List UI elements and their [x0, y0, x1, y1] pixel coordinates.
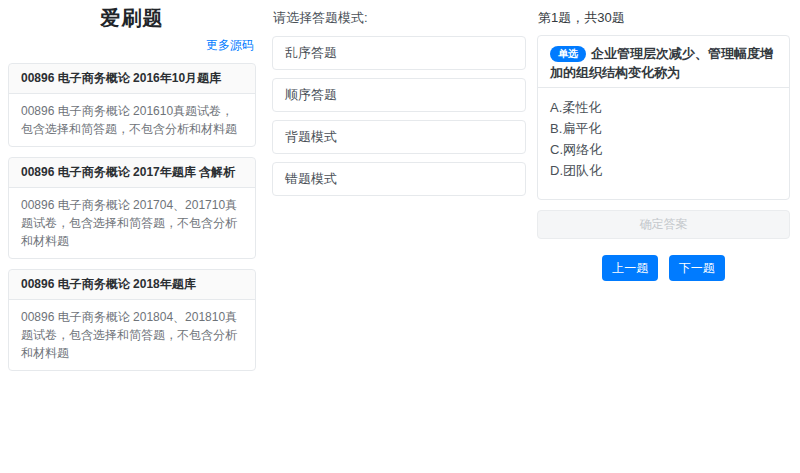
mode-select-column: 请选择答题模式: 乱序答题 顺序答题 背题模式 错题模式 — [272, 0, 526, 204]
bank-card-desc: 00896 电子商务概论 201610真题试卷，包含选择和简答题，不包含分析和材… — [9, 94, 255, 146]
more-source-link[interactable]: 更多源码 — [8, 37, 254, 54]
bank-card-title: 00896 电子商务概论 2017年题库 含解析 — [9, 158, 255, 188]
question-column: 第1题，共30题 单选企业管理层次减少、管理幅度增加的组织结构变化称为 A.柔性… — [537, 0, 790, 281]
bank-list-column: 爱刷题 更多源码 00896 电子商务概论 2016年10月题库 00896 电… — [8, 0, 256, 381]
next-question-button[interactable]: 下一题 — [669, 255, 725, 281]
answer-option-c[interactable]: C.网络化 — [550, 140, 777, 161]
mode-option-mistakes[interactable]: 错题模式 — [272, 162, 526, 196]
question-progress: 第1题，共30题 — [537, 0, 790, 35]
mode-option-shuffled[interactable]: 乱序答题 — [272, 36, 526, 70]
question-card: 单选企业管理层次减少、管理幅度增加的组织结构变化称为 A.柔性化 B.扁平化 C… — [537, 35, 790, 200]
app-title: 爱刷题 — [8, 5, 256, 32]
prev-question-button[interactable]: 上一题 — [602, 255, 658, 281]
question-nav: 上一题 下一题 — [537, 255, 790, 281]
bank-card-title: 00896 电子商务概论 2016年10月题库 — [9, 64, 255, 94]
confirm-answer-button[interactable]: 确定答案 — [537, 210, 790, 239]
question-type-badge: 单选 — [550, 46, 586, 62]
answer-option-a[interactable]: A.柔性化 — [550, 98, 777, 119]
bank-card-title: 00896 电子商务概论 2018年题库 — [9, 270, 255, 300]
answer-option-d[interactable]: D.团队化 — [550, 161, 777, 182]
mode-select-label: 请选择答题模式: — [272, 0, 526, 36]
mode-option-recite[interactable]: 背题模式 — [272, 120, 526, 154]
bank-card[interactable]: 00896 电子商务概论 2018年题库 00896 电子商务概论 201804… — [8, 269, 256, 371]
mode-option-sequential[interactable]: 顺序答题 — [272, 78, 526, 112]
bank-card[interactable]: 00896 电子商务概论 2017年题库 含解析 00896 电子商务概论 20… — [8, 157, 256, 259]
question-header: 单选企业管理层次减少、管理幅度增加的组织结构变化称为 — [538, 36, 789, 88]
answer-options-list: A.柔性化 B.扁平化 C.网络化 D.团队化 — [538, 88, 789, 199]
bank-card-desc: 00896 电子商务概论 201704、201710真题试卷，包含选择和简答题，… — [9, 188, 255, 258]
bank-card[interactable]: 00896 电子商务概论 2016年10月题库 00896 电子商务概论 201… — [8, 63, 256, 147]
quiz-app-page: 爱刷题 更多源码 00896 电子商务概论 2016年10月题库 00896 电… — [0, 0, 800, 473]
bank-card-desc: 00896 电子商务概论 201804、201810真题试卷，包含选择和简答题，… — [9, 300, 255, 370]
answer-option-b[interactable]: B.扁平化 — [550, 119, 777, 140]
